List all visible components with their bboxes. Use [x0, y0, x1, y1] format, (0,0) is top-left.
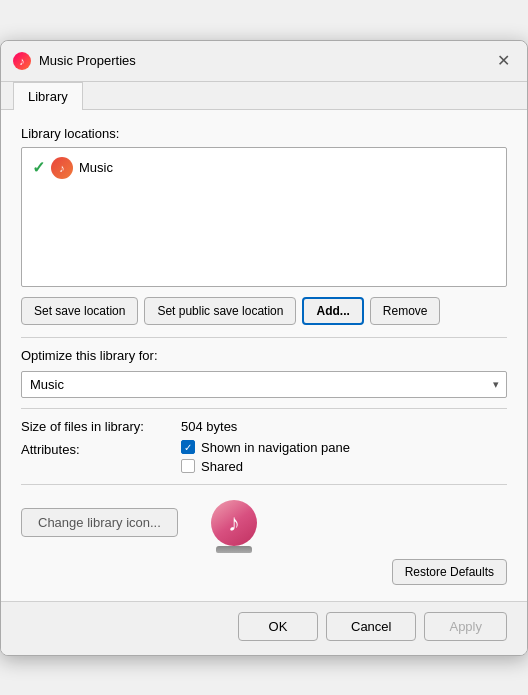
divider-3	[21, 484, 507, 485]
tab-bar: Library	[1, 82, 527, 110]
shown-in-nav-label: Shown in navigation pane	[201, 440, 350, 455]
restore-defaults-button[interactable]: Restore Defaults	[392, 559, 507, 585]
tab-library[interactable]: Library	[13, 82, 83, 110]
add-button[interactable]: Add...	[302, 297, 363, 325]
divider-1	[21, 337, 507, 338]
dialog-title: Music Properties	[39, 53, 136, 68]
icon-row: Change library icon... ♪	[21, 497, 507, 549]
library-item: ✓ ♪ Music	[28, 154, 500, 182]
title-bar: ♪ Music Properties ✕	[1, 41, 527, 82]
ok-button[interactable]: OK	[238, 612, 318, 641]
change-icon-button[interactable]: Change library icon...	[21, 508, 178, 537]
cancel-button[interactable]: Cancel	[326, 612, 416, 641]
library-icon-preview: ♪	[208, 497, 260, 549]
shown-in-nav-row: Shown in navigation pane	[181, 440, 350, 455]
size-value: 504 bytes	[181, 419, 237, 434]
dialog-icon: ♪	[13, 52, 31, 70]
folder-icon: ♪	[51, 157, 73, 179]
divider-2	[21, 408, 507, 409]
restore-row: Restore Defaults	[21, 559, 507, 585]
dialog-window: ♪ Music Properties ✕ Library Library loc…	[0, 40, 528, 656]
attributes-label: Attributes:	[21, 440, 181, 457]
music-note-large-icon: ♪	[228, 509, 240, 537]
size-label: Size of files in library:	[21, 419, 181, 434]
locations-label: Library locations:	[21, 126, 507, 141]
set-public-save-button[interactable]: Set public save location	[144, 297, 296, 325]
music-note-icon: ♪	[59, 162, 65, 174]
attributes-section: Attributes: Shown in navigation pane Sha…	[21, 440, 507, 474]
library-list: ✓ ♪ Music	[21, 147, 507, 287]
set-save-location-button[interactable]: Set save location	[21, 297, 138, 325]
dialog-footer: OK Cancel Apply	[1, 601, 527, 655]
remove-button[interactable]: Remove	[370, 297, 441, 325]
apply-button[interactable]: Apply	[424, 612, 507, 641]
action-buttons: Set save location Set public save locati…	[21, 297, 507, 325]
check-icon: ✓	[32, 158, 45, 177]
size-row: Size of files in library: 504 bytes	[21, 419, 507, 434]
attributes-options: Shown in navigation pane Shared	[181, 440, 350, 474]
library-item-name: Music	[79, 160, 113, 175]
close-button[interactable]: ✕	[491, 49, 515, 73]
shown-in-nav-checkbox[interactable]	[181, 440, 195, 454]
optimize-select[interactable]: Music General items Documents Pictures V…	[21, 371, 507, 398]
title-bar-left: ♪ Music Properties	[13, 52, 136, 70]
optimize-row: Optimize this library for:	[21, 348, 507, 363]
optimize-label: Optimize this library for:	[21, 348, 158, 363]
dialog-content: Library locations: ✓ ♪ Music Set save lo…	[1, 110, 527, 601]
optimize-select-wrapper: Music General items Documents Pictures V…	[21, 371, 507, 398]
shared-row: Shared	[181, 459, 350, 474]
shared-checkbox[interactable]	[181, 459, 195, 473]
shared-label: Shared	[201, 459, 243, 474]
